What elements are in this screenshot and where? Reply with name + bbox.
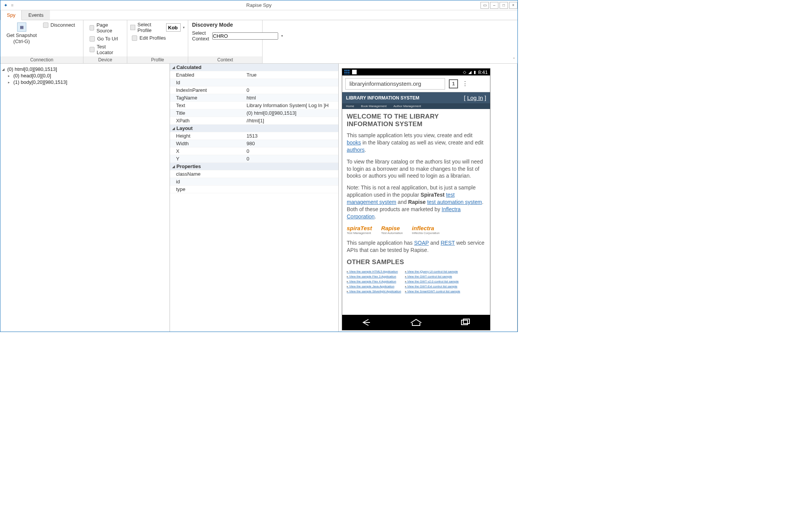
address-bar[interactable]: libraryinformationsystem.org xyxy=(345,78,445,90)
prop-row[interactable]: IndexInParent0 xyxy=(170,87,338,94)
window-close-button[interactable]: × xyxy=(509,2,517,9)
rest-link[interactable]: REST xyxy=(440,240,455,246)
svg-rect-0 xyxy=(461,320,468,325)
disconnect-icon xyxy=(43,22,48,28)
site-banner-title: LIBRARY INFORMATION SYSTEM xyxy=(346,95,419,101)
window-maximize-button[interactable]: □ xyxy=(500,2,508,9)
login-link[interactable]: Log In xyxy=(467,95,483,101)
page-source-button[interactable]: Page Source xyxy=(88,22,122,34)
qat-separator: = xyxy=(11,3,13,8)
tas-link[interactable]: test automation system xyxy=(427,199,482,205)
get-snapshot-label: Get Snapshot (Ctrl-G) xyxy=(6,32,37,45)
books-link[interactable]: books xyxy=(347,139,361,146)
sample-link[interactable]: View the sample HTML5 Application xyxy=(347,270,401,273)
edit-profiles-button[interactable]: Edit Profiles xyxy=(130,35,185,41)
android-back-button[interactable] xyxy=(361,319,372,326)
edit-profiles-label: Edit Profiles xyxy=(139,35,166,41)
prop-row[interactable]: type xyxy=(170,186,338,193)
section-layout[interactable]: ◢Layout xyxy=(170,125,338,132)
android-recents-button[interactable] xyxy=(460,319,471,326)
tab-spy[interactable]: Spy xyxy=(0,10,22,20)
sample-link[interactable]: View the sample Silverlight Application xyxy=(347,290,401,293)
dom-tree-panel: ◢(0) html[0,0][980,1513] ▸(0) head[0,0][… xyxy=(0,64,170,332)
window-title: Rapise Spy xyxy=(246,2,271,8)
group-label-context: Context xyxy=(188,56,262,63)
ribbon-collapse-button[interactable]: ˄ xyxy=(511,20,517,63)
android-status-bar: ◇ ◢ ▮ 8:41 xyxy=(342,69,490,75)
prop-row[interactable]: Height1513 xyxy=(170,132,338,140)
select-context-label: Select Context xyxy=(192,30,209,42)
page-source-label: Page Source xyxy=(96,22,121,34)
sample-link[interactable]: View the GWT control list sample xyxy=(405,275,460,278)
sample-link[interactable]: View the SmartGWT control list sample xyxy=(405,290,460,293)
prop-row[interactable]: TextLibrary Information System[ Log In ]… xyxy=(170,102,338,109)
soap-link[interactable]: SOAP xyxy=(414,240,429,246)
disconnect-label: Disconnect xyxy=(51,22,75,28)
prop-row[interactable]: TagNamehtml xyxy=(170,94,338,102)
nav-author[interactable]: Author Management xyxy=(394,104,421,108)
login-area: [ Log In ] xyxy=(464,95,486,101)
sample-link[interactable]: View the sample Flex 3 Application xyxy=(347,275,401,278)
android-home-button[interactable] xyxy=(409,318,423,327)
disconnect-button[interactable]: Disconnect xyxy=(42,22,77,28)
sample-link[interactable]: View the sample Java Application xyxy=(347,285,401,288)
clock: 8:41 xyxy=(478,69,488,75)
prop-row[interactable]: Id xyxy=(170,79,338,87)
go-to-url-icon xyxy=(90,36,95,42)
apps-icon xyxy=(344,70,350,74)
group-label-connection: Connection xyxy=(0,56,83,63)
prop-row[interactable]: Width980 xyxy=(170,140,338,147)
prop-row[interactable]: XPath//html[1] xyxy=(170,117,338,125)
note-paragraph: Note: This is not a real application, bu… xyxy=(347,184,485,220)
page-source-icon xyxy=(90,25,94,30)
go-to-url-button[interactable]: Go To Url xyxy=(88,35,122,42)
site-nav: Home Book Management Author Management xyxy=(342,103,490,109)
android-nav-bar xyxy=(342,315,490,330)
nav-home[interactable]: Home xyxy=(346,104,354,108)
sample-link[interactable]: View the jQuery UI control list sample xyxy=(405,270,460,273)
edit-profiles-icon xyxy=(132,35,137,41)
intro-paragraph: This sample application lets you view, c… xyxy=(347,132,485,154)
section-calculated[interactable]: ◢Calculated xyxy=(170,64,338,71)
ribbon-tabs: Spy Events xyxy=(0,10,517,20)
tree-node-body[interactable]: ▸(1) body[0,20][980,1513] xyxy=(2,79,168,85)
ribbon: ▦ Get Snapshot (Ctrl-G) Disconnect Conne… xyxy=(0,20,517,64)
discovery-mode-heading: Discovery Mode xyxy=(192,22,258,28)
tree-node-html[interactable]: ◢(0) html[0,0][980,1513] xyxy=(2,66,168,72)
device-preview-panel: ◇ ◢ ▮ 8:41 libraryinformationsystem.org … xyxy=(339,64,517,332)
prop-row[interactable]: X0 xyxy=(170,147,338,155)
wifi-icon: ◇ xyxy=(463,70,466,75)
page-content: LIBRARY INFORMATION SYSTEM [ Log In ] Ho… xyxy=(342,92,490,315)
group-label-profile: Profile xyxy=(127,56,188,63)
profile-select[interactable] xyxy=(166,23,181,32)
sample-link[interactable]: View the GWT-Ext control list sample xyxy=(405,285,460,288)
prop-row[interactable]: className xyxy=(170,170,338,178)
browser-toolbar: libraryinformationsystem.org 1 ⋮ xyxy=(342,75,490,92)
nav-book[interactable]: Book Management xyxy=(361,104,386,108)
authors-link[interactable]: authors xyxy=(347,147,365,153)
profile-dropdown-arrow[interactable]: ▾ xyxy=(183,26,185,29)
prop-row[interactable]: Title(0) html[0,0][980,1513] xyxy=(170,109,338,117)
battery-icon: ▮ xyxy=(474,70,476,75)
barcode-icon xyxy=(352,70,357,74)
window-minimize-button[interactable]: – xyxy=(490,2,498,9)
other-samples-heading: OTHER SAMPLES xyxy=(347,258,485,266)
site-banner: LIBRARY INFORMATION SYSTEM [ Log In ] xyxy=(342,92,490,103)
get-snapshot-button[interactable]: ▦ Get Snapshot (Ctrl-G) xyxy=(3,22,40,56)
api-paragraph: This sample application has SOAP and RES… xyxy=(347,239,485,254)
window-popout-button[interactable]: ▭ xyxy=(480,2,489,9)
snapshot-icon: ▦ xyxy=(17,22,26,32)
instructions-paragraph: To view the library catalog or the autho… xyxy=(347,158,485,180)
prop-row[interactable]: id xyxy=(170,178,338,186)
tab-events[interactable]: Events xyxy=(22,10,50,20)
sample-link[interactable]: View the GWT v2.0 control list sample xyxy=(405,280,460,283)
sample-link[interactable]: View the sample Flex 4 Application xyxy=(347,280,401,283)
prop-row[interactable]: Y0 xyxy=(170,155,338,163)
tree-node-head-label: (0) head[0,0][0,0] xyxy=(13,73,51,79)
section-properties[interactable]: ◢Properties xyxy=(170,163,338,170)
test-locator-button[interactable]: Test Locator xyxy=(88,43,122,56)
tree-node-head[interactable]: ▸(0) head[0,0][0,0] xyxy=(2,72,168,79)
tab-count-button[interactable]: 1 xyxy=(449,79,458,88)
select-profile-icon xyxy=(130,25,135,30)
prop-row[interactable]: EnabledTrue xyxy=(170,71,338,79)
